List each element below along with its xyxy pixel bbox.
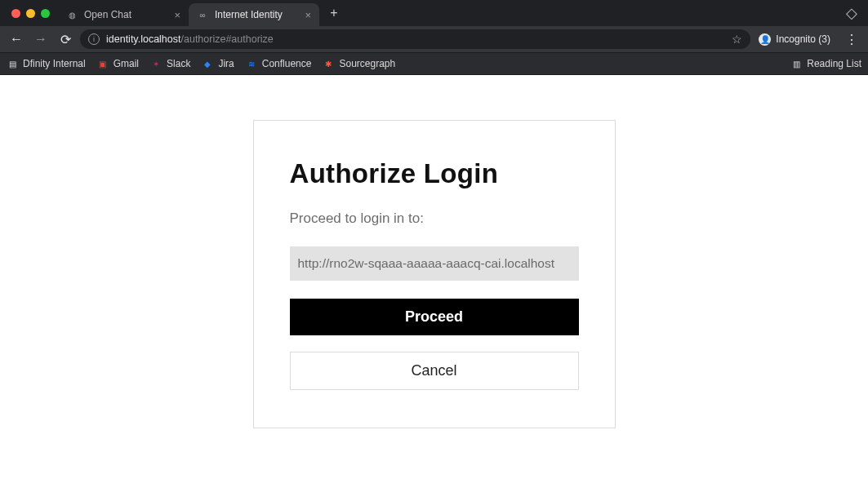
bookmark-jira[interactable]: ◆ Jira [202,58,234,69]
globe-icon: ◍ [66,9,78,20]
bookmark-dfinity-internal[interactable]: ▤ Dfinity Internal [7,58,86,69]
maximize-window-button[interactable] [41,9,50,18]
cancel-button[interactable]: Cancel [290,352,579,390]
sourcegraph-icon: ✱ [323,58,334,69]
url-host: identity.localhost [106,33,181,45]
bookmark-star-icon[interactable]: ☆ [732,33,742,46]
gmail-icon: ▣ [97,58,109,69]
reading-list-label: Reading List [807,58,861,69]
slack-icon: ✶ [150,58,162,69]
bookmark-confluence[interactable]: ≋ Confluence [246,58,312,69]
bookmark-label: Slack [167,58,190,69]
infinity-icon: ∞ [197,9,208,20]
bookmark-label: Sourcegraph [339,58,395,69]
tab-internet-identity[interactable]: ∞ Internet Identity × [189,3,319,26]
expand-window-icon[interactable]: ◇ [840,2,863,24]
bookmark-label: Dfinity Internal [23,58,86,69]
site-info-icon[interactable]: i [88,33,100,45]
proceed-button[interactable]: Proceed [290,299,579,335]
authorize-card: Authorize Login Proceed to login in to: … [253,120,616,428]
toolbar: ← → ⟳ i identity.localhost/authorize#aut… [0,26,868,52]
profile-label: Incognito (3) [776,33,830,45]
window-controls [7,9,58,18]
tab-title: Open Chat [84,9,167,20]
page-title: Authorize Login [290,158,579,189]
tab-title: Internet Identity [215,9,298,20]
forward-button[interactable]: → [31,29,51,49]
tab-strip: ◍ Open Chat × ∞ Internet Identity × + ◇ [0,0,868,26]
url-path: /authorize#authorize [181,33,274,45]
browser-chrome: ◍ Open Chat × ∞ Internet Identity × + ◇ … [0,0,868,75]
bookmarks-bar: ▤ Dfinity Internal ▣ Gmail ✶ Slack ◆ Jir… [0,52,868,75]
target-url-display: http://rno2w-sqaaa-aaaaa-aaacq-cai.local… [290,246,579,281]
incognito-icon: 👤 [759,33,771,46]
jira-icon: ◆ [202,58,213,69]
bookmark-gmail[interactable]: ▣ Gmail [97,58,139,69]
menu-button[interactable]: ⋮ [842,29,861,49]
bookmark-slack[interactable]: ✶ Slack [150,58,190,69]
page-content: Authorize Login Proceed to login in to: … [0,75,868,492]
url-text: identity.localhost/authorize#authorize [106,33,274,45]
close-tab-icon[interactable]: × [174,10,180,20]
reading-list-icon: ▥ [790,58,802,69]
back-button[interactable]: ← [7,29,26,49]
reload-button[interactable]: ⟳ [56,29,75,49]
subtitle-text: Proceed to login in to: [290,211,579,227]
bookmark-sourcegraph[interactable]: ✱ Sourcegraph [323,58,395,69]
close-tab-icon[interactable]: × [305,10,311,20]
bookmark-label: Gmail [114,58,139,69]
bookmark-label: Jira [218,58,234,69]
new-tab-button[interactable]: + [324,3,344,23]
address-bar[interactable]: i identity.localhost/authorize#authorize… [80,29,750,49]
close-window-button[interactable] [11,9,20,18]
reading-list-button[interactable]: ▥ Reading List [790,58,861,69]
folder-icon: ▤ [7,58,18,69]
tab-open-chat[interactable]: ◍ Open Chat × [58,3,189,26]
minimize-window-button[interactable] [26,9,35,18]
profile-chip[interactable]: 👤 Incognito (3) [755,32,837,47]
bookmark-label: Confluence [262,58,312,69]
confluence-icon: ≋ [246,58,257,69]
